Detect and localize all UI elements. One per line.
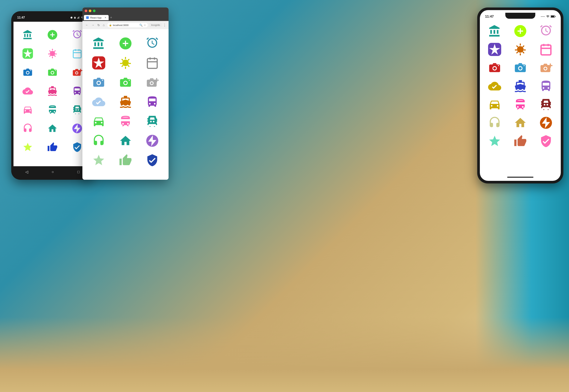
browser-icon-headphone-green[interactable] <box>88 133 110 148</box>
browser-icon-shield[interactable] <box>141 153 163 168</box>
svg-rect-40 <box>551 16 554 17</box>
android-frame: 11:47 <box>11 11 94 180</box>
close-window-button[interactable] <box>85 10 87 12</box>
android-status-bar: 11:47 <box>14 14 91 22</box>
ios-icon-camera-plus-peach[interactable] <box>535 60 557 75</box>
browser-icon-calendar[interactable] <box>141 56 163 70</box>
svg-point-55 <box>544 68 547 70</box>
ios-icon-tram-dark[interactable] <box>535 97 557 112</box>
ios-icon-headphone-khaki[interactable] <box>484 115 506 130</box>
back-button[interactable]: ◁ <box>25 170 28 174</box>
svg-point-33 <box>129 80 130 81</box>
ios-icon-cloud-check-gold[interactable] <box>484 79 506 94</box>
svg-rect-2 <box>78 17 79 19</box>
recents-button[interactable]: □ <box>77 170 80 174</box>
icon-cloud-check-pink[interactable] <box>17 84 38 98</box>
ios-time: 11:47 <box>485 14 494 18</box>
browser-icon-tram-teal[interactable] <box>141 114 163 129</box>
svg-point-29 <box>102 80 103 81</box>
ios-icon-brightness-orange[interactable] <box>509 42 532 57</box>
ios-icon-thumb-brown[interactable] <box>509 134 532 149</box>
browser-icon-bank[interactable] <box>88 36 110 51</box>
lock-icon <box>74 16 76 19</box>
home-button[interactable]: ○ <box>52 170 54 174</box>
incognito-label: Incognito <box>150 23 161 27</box>
new-tab-button[interactable]: + <box>110 16 112 20</box>
browser-icon-brightness[interactable] <box>114 56 137 70</box>
ios-icon-calendar-pink[interactable] <box>535 42 557 57</box>
icon-add-circle[interactable] <box>42 27 63 42</box>
ios-icon-camera-add-blue[interactable] <box>509 60 532 75</box>
browser-icon-alarm[interactable] <box>141 36 163 51</box>
icon-home-teal[interactable] <box>42 121 63 136</box>
browser-icon-camera-add[interactable] <box>114 75 137 90</box>
svg-rect-0 <box>77 18 78 18</box>
refresh-button[interactable]: ↻ <box>97 23 100 28</box>
icon-thumb-blue[interactable] <box>42 140 63 155</box>
icon-train-teal[interactable] <box>42 102 63 117</box>
browser-icon-car-green[interactable] <box>88 114 110 129</box>
ios-icon-shield-pink[interactable] <box>535 134 557 149</box>
browser-icon-boat-orange[interactable] <box>114 94 137 109</box>
svg-point-28 <box>97 82 100 84</box>
forward-nav-button[interactable]: → <box>91 23 95 28</box>
tab-close-button[interactable]: ✕ <box>104 16 106 19</box>
signal-icon <box>77 16 80 19</box>
svg-point-16 <box>51 72 54 74</box>
bookmark-icon: ☆ <box>144 24 146 27</box>
ios-icon-flash-orange[interactable] <box>535 115 557 130</box>
home-nav-button[interactable]: ⌂ <box>102 23 105 28</box>
icon-brightness[interactable] <box>42 46 63 61</box>
icon-car-pink[interactable] <box>17 102 38 117</box>
icon-boat-pink[interactable] <box>42 84 63 98</box>
address-bar[interactable]: 🔒 localhost:3000 🔍 ☆ <box>107 22 148 28</box>
menu-button[interactable]: ⋮ <box>163 23 166 27</box>
android-nav-bar: ◁ ○ □ <box>14 166 91 178</box>
ios-battery-icon <box>551 15 555 18</box>
icon-camera-add-green[interactable] <box>42 65 63 80</box>
ios-frame: 11:47 •••• <box>477 7 563 183</box>
browser-icon-flash[interactable] <box>141 133 163 148</box>
ios-icon-bank[interactable] <box>484 24 506 39</box>
browser-icon-star[interactable] <box>88 153 110 168</box>
svg-rect-3 <box>79 16 79 18</box>
browser-icon-home[interactable] <box>114 133 137 148</box>
browser-icon-add-circle[interactable] <box>114 36 137 51</box>
ios-icon-star-mint[interactable] <box>484 134 506 149</box>
svg-rect-25 <box>147 59 157 69</box>
ios-icon-add-circle-lime[interactable] <box>509 24 532 39</box>
browser-icon-cloud-check[interactable] <box>88 94 110 109</box>
browser-icon-camera-plus-gray[interactable] <box>141 75 163 90</box>
browser-icon-sparkle[interactable] <box>88 56 110 70</box>
maximize-window-button[interactable] <box>93 10 96 12</box>
icon-headphone-pink[interactable] <box>17 121 38 136</box>
ios-icon-home-gold[interactable] <box>509 115 532 130</box>
icon-bank[interactable] <box>17 27 38 42</box>
back-nav-button[interactable]: ← <box>85 23 89 28</box>
browser-icon-bus-purple[interactable] <box>141 94 163 109</box>
ios-icon-sparkle-purple[interactable] <box>484 42 506 57</box>
minimize-window-button[interactable] <box>89 10 91 12</box>
ios-signal-icon: •••• <box>541 15 545 18</box>
icon-star-yellow[interactable] <box>17 140 38 155</box>
svg-rect-39 <box>555 16 555 17</box>
ios-icon-bus-lavender[interactable] <box>535 79 557 94</box>
icon-sparkle[interactable] <box>17 46 38 61</box>
ios-icon-train-hotpink[interactable] <box>509 97 532 112</box>
browser-icon-thumb[interactable] <box>114 153 137 168</box>
android-phone: 11:47 <box>11 11 94 180</box>
browser-icon-train-pink[interactable] <box>114 114 137 129</box>
ios-icon-car-gold[interactable] <box>484 97 506 112</box>
browser-toolbar: ← → ↻ ⌂ 🔒 localhost:3000 🔍 ☆ Incognito ⋮ <box>82 21 169 29</box>
browser-tab[interactable]: React App ✕ <box>84 15 109 20</box>
browser-icon-grid <box>82 29 169 174</box>
tab-favicon <box>86 16 89 19</box>
ios-icon-alarm-pink[interactable] <box>535 24 557 39</box>
svg-rect-44 <box>541 45 551 55</box>
icon-camera-blue[interactable] <box>17 65 38 80</box>
ios-icon-grid <box>480 20 561 152</box>
ios-icon-camera-red[interactable] <box>484 60 506 75</box>
ios-icon-boat-blue[interactable] <box>509 79 532 94</box>
sand-bg <box>0 317 569 392</box>
browser-icon-camera-blue[interactable] <box>88 75 110 90</box>
